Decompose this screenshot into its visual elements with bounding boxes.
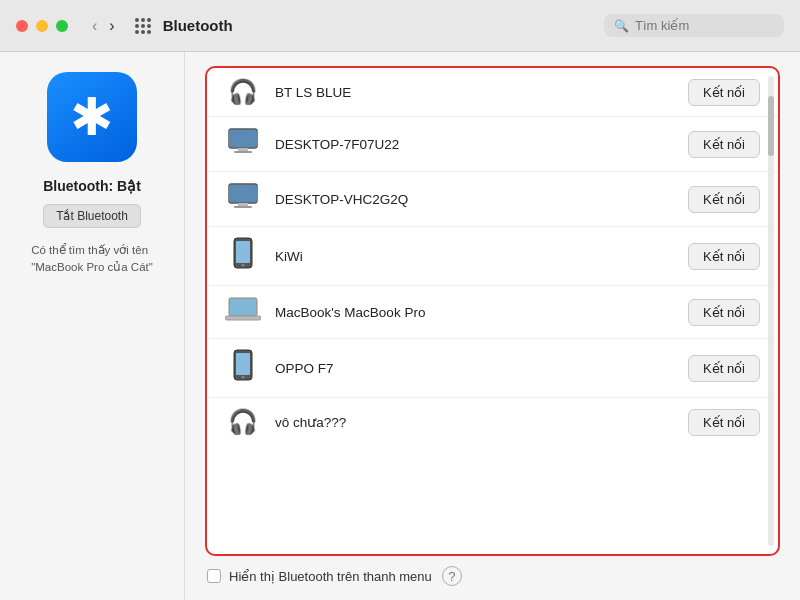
apps-grid-icon[interactable] [135, 18, 151, 34]
maximize-button[interactable] [56, 20, 68, 32]
device-row: KiWiKết nối [207, 227, 778, 286]
main-panel: 🎧BT LS BLUEKết nốiDESKTOP-7F07U22Kết nối… [185, 52, 800, 600]
bluetooth-description: Có thể tìm thấy với tên"MacBook Pro của … [31, 242, 153, 277]
search-bar[interactable]: 🔍 [604, 14, 784, 37]
svg-point-10 [242, 264, 245, 267]
svg-rect-12 [230, 299, 256, 315]
svg-rect-15 [236, 353, 250, 375]
svg-point-16 [242, 376, 245, 379]
window: ‹ › Bluetooth 🔍 ✱ Bluetooth: Bật Tắt Blu… [0, 0, 800, 600]
device-row: 🎧vô chưa???Kết nối [207, 398, 778, 446]
connect-button[interactable]: Kết nối [688, 409, 760, 436]
device-icon [225, 349, 261, 387]
connect-button[interactable]: Kết nối [688, 243, 760, 270]
page-title: Bluetooth [163, 17, 592, 34]
show-menu-checkbox-wrap[interactable]: Hiển thị Bluetooth trên thanh menu [207, 569, 432, 584]
minimize-button[interactable] [36, 20, 48, 32]
device-row: MacBook's MacBook ProKết nối [207, 286, 778, 339]
back-button[interactable]: ‹ [88, 15, 101, 37]
svg-rect-9 [236, 241, 250, 263]
titlebar: ‹ › Bluetooth 🔍 [0, 0, 800, 52]
turn-off-bluetooth-button[interactable]: Tắt Bluetooth [43, 204, 141, 228]
sidebar: ✱ Bluetooth: Bật Tắt Bluetooth Có thể tì… [0, 52, 185, 600]
device-icon [225, 296, 261, 328]
svg-rect-1 [229, 130, 257, 147]
device-row: OPPO F7Kết nối [207, 339, 778, 398]
device-name: MacBook's MacBook Pro [275, 305, 674, 320]
nav-arrows: ‹ › [88, 15, 119, 37]
device-name: BT LS BLUE [275, 85, 674, 100]
search-input[interactable] [635, 18, 765, 33]
content: ✱ Bluetooth: Bật Tắt Bluetooth Có thể tì… [0, 52, 800, 600]
close-button[interactable] [16, 20, 28, 32]
forward-button[interactable]: › [105, 15, 118, 37]
connect-button[interactable]: Kết nối [688, 131, 760, 158]
connect-button[interactable]: Kết nối [688, 186, 760, 213]
device-row: DESKTOP-7F07U22Kết nối [207, 117, 778, 172]
connect-button[interactable]: Kết nối [688, 79, 760, 106]
device-icon [225, 127, 261, 161]
svg-rect-6 [238, 203, 248, 206]
device-icon [225, 182, 261, 216]
svg-rect-7 [234, 206, 252, 208]
device-icon [225, 237, 261, 275]
device-icon: 🎧 [225, 78, 261, 106]
device-name: OPPO F7 [275, 361, 674, 376]
show-menu-label: Hiển thị Bluetooth trên thanh menu [229, 569, 432, 584]
search-icon: 🔍 [614, 19, 629, 33]
svg-rect-2 [238, 148, 248, 151]
bluetooth-logo: ✱ [70, 91, 114, 143]
bluetooth-status: Bluetooth: Bật [43, 178, 141, 194]
device-icon: 🎧 [225, 408, 261, 436]
svg-rect-5 [229, 185, 257, 202]
scrollbar-thumb[interactable] [768, 96, 774, 156]
help-button[interactable]: ? [442, 566, 462, 586]
svg-rect-3 [234, 151, 252, 153]
window-controls [16, 20, 68, 32]
device-name: vô chưa??? [275, 414, 674, 430]
device-name: KiWi [275, 249, 674, 264]
bluetooth-icon-wrap: ✱ [47, 72, 137, 162]
device-name: DESKTOP-7F07U22 [275, 137, 674, 152]
device-name: DESKTOP-VHC2G2Q [275, 192, 674, 207]
footer: Hiển thị Bluetooth trên thanh menu ? [205, 566, 780, 586]
device-row: 🎧BT LS BLUEKết nối [207, 68, 778, 117]
svg-rect-13 [225, 316, 261, 320]
scrollbar-track [768, 76, 774, 546]
show-menu-checkbox[interactable] [207, 569, 221, 583]
connect-button[interactable]: Kết nối [688, 355, 760, 382]
device-row: DESKTOP-VHC2G2QKết nối [207, 172, 778, 227]
devices-list: 🎧BT LS BLUEKết nốiDESKTOP-7F07U22Kết nối… [205, 66, 780, 556]
connect-button[interactable]: Kết nối [688, 299, 760, 326]
